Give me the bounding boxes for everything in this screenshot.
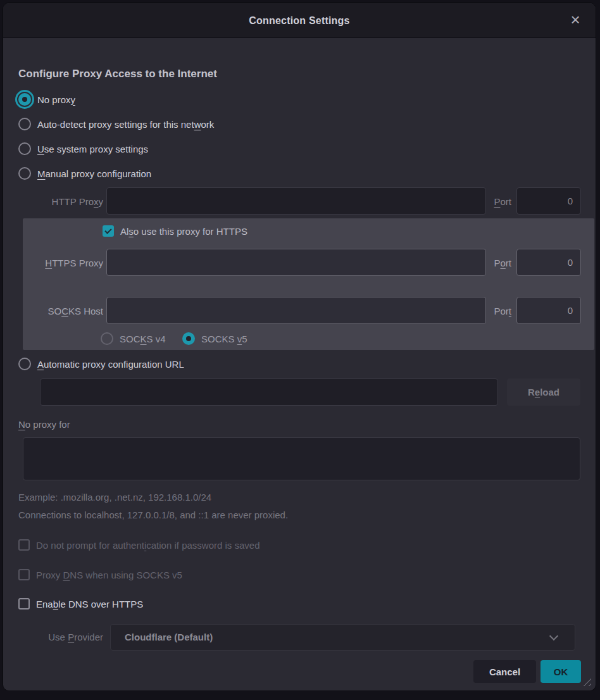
radio-socks-v5[interactable] [182, 332, 195, 345]
checkbox-enable-doh-label: Enable DNS over HTTPS [36, 599, 143, 609]
connection-settings-dialog: Connection Settings × Configure Proxy Ac… [3, 3, 596, 691]
radio-row-no-proxy[interactable]: No proxy [18, 92, 75, 106]
socks-host-input[interactable] [106, 297, 486, 324]
highlight-band [23, 218, 594, 350]
reload-button[interactable]: Reload [507, 378, 580, 406]
checkbox-no-auth-prompt[interactable] [18, 539, 30, 551]
radio-socks-v5-label: SOCKS v5 [201, 334, 247, 344]
also-https-label: Also use this proxy for HTTPS [120, 226, 247, 237]
radio-row-manual-proxy[interactable]: Manual proxy configuration [18, 166, 151, 180]
radio-manual-proxy-label: Manual proxy configuration [37, 168, 151, 179]
http-port-input[interactable] [516, 187, 581, 215]
socks-host-label: SOCKS Host [18, 306, 103, 316]
https-proxy-label: HTTPS Proxy [18, 258, 103, 268]
checkbox-row-proxy-dns[interactable]: Proxy DNS when using SOCKS v5 [18, 569, 182, 580]
radio-auto-detect-label: Auto-detect proxy settings for this netw… [37, 119, 214, 130]
page-title: Configure Proxy Access to the Internet [18, 68, 217, 80]
provider-dropdown-value: Cloudflare (Default) [125, 625, 213, 650]
https-proxy-input[interactable] [106, 249, 486, 276]
no-proxy-example: Example: .mozilla.org, .net.nz, 192.168.… [18, 492, 211, 503]
https-port-label: Port [472, 258, 511, 268]
no-proxy-for-textarea[interactable] [23, 437, 580, 480]
checkbox-row-enable-doh[interactable]: Enable DNS over HTTPS [18, 598, 143, 609]
check-icon [104, 227, 111, 234]
also-https-checkbox[interactable] [103, 225, 114, 237]
socks-port-input[interactable] [516, 297, 581, 324]
radio-row-socks-v4[interactable]: SOCKS v4 [101, 332, 166, 346]
checkbox-proxy-dns[interactable] [18, 569, 30, 580]
no-proxy-note: Connections to localhost, 127.0.0.1/8, a… [18, 509, 288, 520]
radio-manual-proxy[interactable] [18, 167, 31, 180]
https-port-input[interactable] [516, 249, 581, 276]
ok-button[interactable]: OK [541, 660, 581, 683]
radio-no-proxy-label: No proxy [37, 94, 75, 105]
titlebar: Connection Settings × [3, 3, 596, 38]
provider-dropdown[interactable]: Cloudflare (Default) [110, 624, 575, 651]
no-proxy-for-label: No proxy for [18, 419, 70, 430]
http-port-label: Port [472, 196, 511, 207]
radio-row-automatic-proxy[interactable]: Automatic proxy configuration URL [18, 357, 184, 371]
dialog-title: Connection Settings [3, 3, 596, 38]
http-proxy-input[interactable] [106, 187, 486, 215]
checkbox-enable-doh[interactable] [18, 598, 30, 609]
radio-automatic-proxy[interactable] [18, 358, 31, 370]
socks-port-label: Port [472, 306, 511, 316]
radio-row-socks-v5[interactable]: SOCKS v5 [182, 332, 247, 346]
radio-row-auto-detect[interactable]: Auto-detect proxy settings for this netw… [18, 117, 214, 131]
radio-auto-detect[interactable] [18, 118, 31, 130]
radio-automatic-proxy-label: Automatic proxy configuration URL [37, 359, 184, 370]
resize-grip[interactable] [582, 677, 591, 686]
use-provider-label: Use Provider [18, 624, 103, 651]
close-icon[interactable]: × [565, 3, 585, 38]
radio-no-proxy[interactable] [18, 93, 31, 106]
screen: Connection Settings × Configure Proxy Ac… [0, 0, 600, 700]
radio-socks-v4[interactable] [101, 332, 113, 345]
also-https-checkbox-row[interactable]: Also use this proxy for HTTPS [103, 225, 247, 237]
radio-system-proxy[interactable] [18, 142, 31, 155]
cancel-button[interactable]: Cancel [473, 660, 536, 683]
chevron-down-icon [549, 632, 558, 641]
radio-socks-v4-label: SOCKS v4 [120, 334, 166, 344]
checkbox-no-auth-prompt-label: Do not prompt for authentication if pass… [36, 540, 260, 551]
automatic-url-input[interactable] [40, 378, 498, 406]
http-proxy-label: HTTP Proxy [18, 196, 103, 207]
radio-row-system-proxy[interactable]: Use system proxy settings [18, 142, 148, 156]
checkbox-row-no-auth-prompt[interactable]: Do not prompt for authentication if pass… [18, 539, 260, 551]
checkbox-proxy-dns-label: Proxy DNS when using SOCKS v5 [36, 570, 182, 580]
radio-system-proxy-label: Use system proxy settings [37, 144, 148, 154]
